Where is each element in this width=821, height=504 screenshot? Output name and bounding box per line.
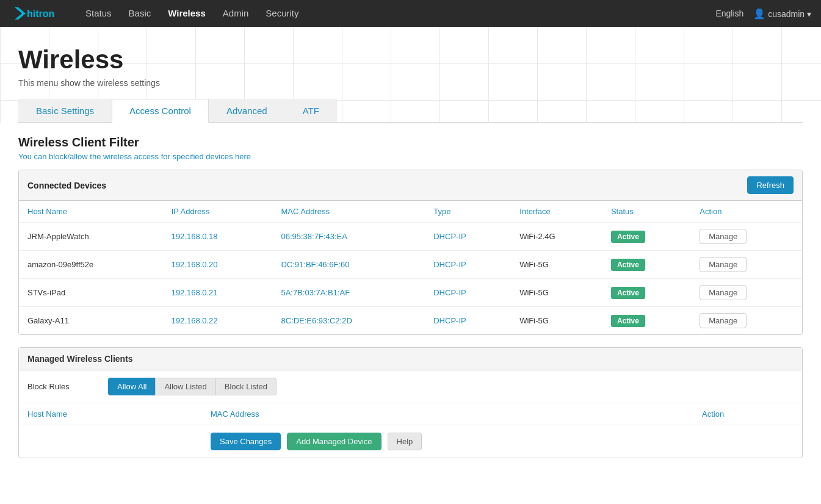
status-badge: Active <box>611 287 645 299</box>
hostname-cell: STVs-iPad <box>19 279 163 307</box>
col-hostname: Host Name <box>19 201 163 223</box>
hostname-cell: JRM-AppleWatch <box>19 223 163 251</box>
manage-button[interactable]: Manage <box>700 285 747 300</box>
status-cell: Active <box>602 251 691 279</box>
type-cell: DHCP-IP <box>425 251 511 279</box>
col-interface: Interface <box>511 201 602 223</box>
tab-advanced[interactable]: Advanced <box>209 99 285 122</box>
hostname-cell: amazon-09e9ff52e <box>19 251 163 279</box>
action-cell: Manage <box>691 307 802 335</box>
mac-cell: 5A:7B:03:7A:B1:AF <box>272 279 425 307</box>
status-badge: Active <box>611 231 645 243</box>
user-icon: 👤 <box>753 9 765 19</box>
block-rules-label: Block Rules <box>27 382 101 391</box>
col-status: Status <box>602 201 691 223</box>
nav-admin[interactable]: Admin <box>214 0 258 27</box>
panel-title: Connected Devices <box>27 181 106 190</box>
status-cell: Active <box>602 223 691 251</box>
manage-button[interactable]: Manage <box>700 257 747 272</box>
hostname-cell: Galaxy-A11 <box>19 307 163 335</box>
managed-table-header: Host Name MAC Address Action <box>19 403 802 425</box>
save-changes-button[interactable]: Save Changes <box>211 433 281 450</box>
interface-cell: WiFi-5G <box>511 279 602 307</box>
table-row: Galaxy-A11 192.168.0.22 8C:DE:E6:93:C2:2… <box>19 307 802 335</box>
nav-basic[interactable]: Basic <box>120 0 160 27</box>
block-rules-row: Block Rules Allow All Allow Listed Block… <box>19 370 802 403</box>
user-menu[interactable]: 👤 cusadmin ▾ <box>753 8 811 20</box>
action-cell: Manage <box>691 223 802 251</box>
managed-col-action: Action <box>702 409 794 419</box>
allow-listed-button[interactable]: Allow Listed <box>155 378 215 395</box>
action-cell: Manage <box>691 251 802 279</box>
brand-logo[interactable]: hitron <box>10 4 65 23</box>
col-type: Type <box>425 201 511 223</box>
mac-cell: 8C:DE:E6:93:C2:2D <box>272 307 425 335</box>
tab-access-control[interactable]: Access Control <box>112 99 209 123</box>
managed-panel-title: Managed Wireless Clients <box>19 348 802 370</box>
action-cell: Manage <box>691 279 802 307</box>
page-header: Wireless This menu show the wireless set… <box>0 27 821 123</box>
table-row: amazon-09e9ff52e 192.168.0.20 DC:91:BF:4… <box>19 251 802 279</box>
refresh-button[interactable]: Refresh <box>747 176 794 194</box>
allow-all-button[interactable]: Allow All <box>108 378 155 395</box>
status-cell: Active <box>602 307 691 335</box>
table-row: JRM-AppleWatch 192.168.0.18 06:95:38:7F:… <box>19 223 802 251</box>
section-subtitle: You can block/allow the wireless access … <box>18 152 803 161</box>
col-mac: MAC Address <box>272 201 425 223</box>
managed-col-mac: MAC Address <box>211 409 702 419</box>
connected-devices-table: Host Name IP Address MAC Address Type In… <box>19 201 802 334</box>
managed-clients-panel: Managed Wireless Clients Block Rules All… <box>18 347 803 458</box>
manage-button[interactable]: Manage <box>700 313 747 328</box>
username: cusadmin <box>768 9 805 19</box>
page-subtitle: This menu show the wireless settings <box>18 78 803 88</box>
status-badge: Active <box>611 259 645 271</box>
col-action: Action <box>691 201 802 223</box>
block-listed-button[interactable]: Block Listed <box>215 378 277 395</box>
help-button[interactable]: Help <box>388 433 422 450</box>
type-cell: DHCP-IP <box>425 279 511 307</box>
mac-cell: DC:91:BF:46:6F:60 <box>272 251 425 279</box>
interface-cell: WiFi-5G <box>511 251 602 279</box>
connected-devices-panel: Connected Devices Refresh Host Name IP A… <box>18 170 803 335</box>
type-cell: DHCP-IP <box>425 223 511 251</box>
nav-security[interactable]: Security <box>257 0 307 27</box>
ip-cell: 192.168.0.20 <box>163 251 273 279</box>
section-title: Wireless Client Filter <box>18 135 803 149</box>
language-selector[interactable]: English <box>715 9 743 18</box>
table-header-row: Host Name IP Address MAC Address Type In… <box>19 201 802 223</box>
tab-basic-settings[interactable]: Basic Settings <box>18 99 112 122</box>
add-managed-device-button[interactable]: Add Managed Device <box>287 433 381 450</box>
nav-status[interactable]: Status <box>77 0 120 27</box>
ip-cell: 192.168.0.22 <box>163 307 273 335</box>
svg-text:hitron: hitron <box>27 9 54 19</box>
svg-marker-0 <box>15 7 26 20</box>
page-title: Wireless <box>18 45 803 74</box>
main-content: Wireless Client Filter You can block/all… <box>0 123 821 477</box>
nav-right: English 👤 cusadmin ▾ <box>715 8 811 20</box>
col-ip: IP Address <box>163 201 273 223</box>
ip-cell: 192.168.0.18 <box>163 223 273 251</box>
interface-cell: WiFi-2.4G <box>511 223 602 251</box>
manage-button[interactable]: Manage <box>700 229 747 244</box>
nav-links: Status Basic Wireless Admin Security <box>77 0 715 27</box>
block-rules-buttons: Allow All Allow Listed Block Listed <box>108 378 277 395</box>
managed-col-hostname: Host Name <box>27 409 211 419</box>
managed-actions-row: Save Changes Add Managed Device Help <box>19 425 802 458</box>
mac-cell: 06:95:38:7F:43:EA <box>272 223 425 251</box>
type-cell: DHCP-IP <box>425 307 511 335</box>
table-row: STVs-iPad 192.168.0.21 5A:7B:03:7A:B1:AF… <box>19 279 802 307</box>
interface-cell: WiFi-5G <box>511 307 602 335</box>
navbar: hitron Status Basic Wireless Admin Secur… <box>0 0 821 27</box>
nav-wireless[interactable]: Wireless <box>159 0 214 27</box>
ip-cell: 192.168.0.21 <box>163 279 273 307</box>
status-cell: Active <box>602 279 691 307</box>
tab-atf[interactable]: ATF <box>285 99 337 122</box>
panel-header: Connected Devices Refresh <box>19 170 802 201</box>
status-badge: Active <box>611 315 645 327</box>
tabs: Basic Settings Access Control Advanced A… <box>18 99 803 123</box>
